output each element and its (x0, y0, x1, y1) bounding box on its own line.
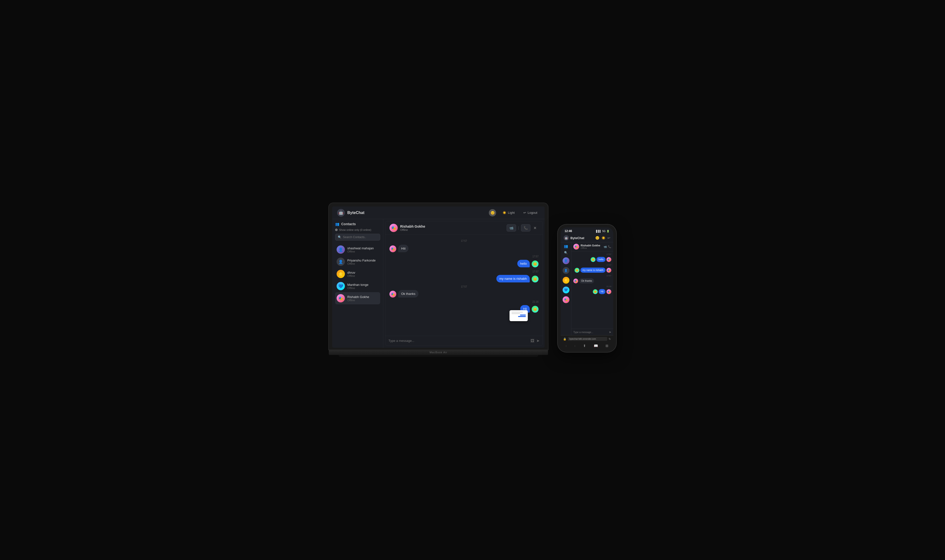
phone-body: 12:46 ▌▌▌ 5G 🔋 🤖 ByteChat 😊 ☀️ (558, 225, 616, 352)
close-chat-button[interactable]: ✕ (531, 225, 539, 231)
phone-nav-bar: ‹ › ⬆ 📖 ⊞ (561, 342, 613, 349)
light-mode-button[interactable]: ☀️ Light (500, 209, 517, 216)
contact-avatar-shashwat: 👤 (337, 245, 345, 254)
laptop-screen: 🤖 ByteChat 😊 ☀️ Light ↩ Logout (332, 206, 545, 348)
browser-back-button[interactable]: ‹ (566, 344, 567, 348)
chat-header-actions: 📹 | 📞 ✕ (506, 224, 539, 232)
chat-input[interactable] (388, 339, 528, 343)
app-logo: 🤖 ByteChat (337, 209, 364, 217)
contact-item-dhruv[interactable]: 🌟 dhruv Offline (335, 268, 380, 280)
ph-msg-row-name: 🎭 my name is rishabh 😊 (573, 268, 611, 273)
send-button[interactable]: ➤ (536, 338, 539, 343)
chat-input-actions: 🖼 ➤ (531, 338, 539, 343)
logo-icon: 🤖 (337, 209, 345, 217)
video-call-button[interactable]: 📹 (506, 224, 516, 232)
ph-bubble-hello: hello (596, 257, 605, 262)
contact-avatar-rishabh: 🎭 (337, 294, 345, 302)
phone-contacts-icon: 👥 (564, 244, 568, 248)
contacts-sidebar: 👥 Contacts Show online only (0 online) 🔍 (332, 219, 383, 348)
contact-status: Offline (347, 299, 379, 302)
online-toggle[interactable]: Show online only (0 online) (335, 228, 380, 231)
msg-row-1: 🎭 Hiii (389, 245, 539, 252)
phone-contact-manthan[interactable]: 💙 (563, 286, 569, 293)
laptop: 🤖 ByteChat 😊 ☀️ Light ↩ Logout (329, 203, 548, 357)
search-input[interactable] (343, 235, 377, 239)
browser-tabs-button[interactable]: ⊞ (605, 344, 608, 348)
phone-user-avatar: 😊 (595, 236, 599, 240)
contact-status: Offline (347, 274, 379, 277)
phone-sidebar: 👥 🔍 👤 👤 🌟 💙 🎭 (561, 242, 571, 335)
app-body: 👥 Contacts Show online only (0 online) 🔍 (332, 219, 545, 348)
phone-chat-status: Offline (581, 247, 602, 249)
contact-item-manthan[interactable]: 💙 Manthan tonge Offline (335, 280, 380, 292)
voice-call-button[interactable]: 📞 (521, 224, 531, 232)
phone-messages: 17:57 🎭 hello 😊 17:57 🎭 my name is risha… (571, 251, 613, 329)
phone-chat-actions: 📹 📞 (603, 245, 611, 248)
contact-item-priyanshu[interactable]: 👤 Priyanshu Farkonde Offline (335, 255, 380, 268)
ph-msg-time-4: 21:16 (573, 285, 611, 288)
msg-avatar-5: 😊 (532, 306, 539, 312)
phone-indicators: ▌▌▌ 5G 🔋 (596, 230, 609, 232)
chat-input-area: 🖼 ➤ (386, 336, 542, 346)
contact-status: Offline (347, 250, 379, 253)
battery-icon: 🔋 (606, 230, 609, 232)
contact-info-shashwat: shashwat mahajan Offline (347, 246, 379, 253)
phone-chat-name: Rishabh Gokhe (581, 244, 602, 247)
browser-share-button[interactable]: ⬆ (583, 344, 586, 348)
browser-bookmarks-button[interactable]: 📖 (594, 344, 598, 348)
phone-contact-shashwat[interactable]: 👤 (563, 257, 569, 264)
phone-contact-dhruv[interactable]: 🌟 (563, 277, 569, 284)
ph-msg-time-2: 17:57 (573, 264, 611, 266)
signal-icon: ▌▌▌ (596, 230, 601, 232)
macbook-label: MacBook Air (429, 351, 448, 354)
msg-bubble-2: hello (517, 260, 530, 267)
phone-chat-avatar: 🎭 (573, 244, 579, 249)
contact-item-shashwat[interactable]: 👤 shashwat mahajan Offline (335, 243, 380, 255)
browser-reload-button[interactable]: ↻ (609, 337, 611, 341)
phone-browser-bar: 🔒 bytechat-ltd0.onrender.com ↻ (561, 335, 613, 342)
laptop-foot (339, 355, 538, 357)
msg-time-2: 17:57 (389, 255, 539, 258)
contact-list: 👤 shashwat mahajan Offline 👤 Priyanshu F… (335, 243, 380, 345)
phone-contact-priyanshu[interactable]: 👤 (563, 267, 569, 274)
msg-time-1: 17:57 (389, 240, 539, 242)
contact-status: Offline (347, 262, 379, 265)
search-box: 🔍 (335, 234, 380, 240)
chat-messages-wrapper: 17:57 🎭 Hiii 17:57 😊 hello (386, 235, 542, 336)
contact-info-dhruv: dhruv Offline (347, 271, 379, 277)
contact-name: dhruv (347, 271, 379, 274)
phone-chat-input[interactable] (573, 331, 608, 334)
chat-area: 🎭 Rishabh Gokhe Offline 📹 | 📞 ✕ (385, 221, 543, 346)
phone-time: 12:46 (565, 229, 572, 233)
contact-item-rishabh[interactable]: 🎭 Rishabh Gokhe Offline (335, 292, 380, 305)
phone-app-name: ByteChat (570, 236, 584, 240)
laptop-bezel: 🤖 ByteChat 😊 ☀️ Light ↩ Logout (329, 203, 548, 350)
signal-label: 5G (602, 230, 605, 232)
contact-name: Priyanshu Farkonde (347, 258, 379, 262)
msg-row-4: 🎭 Ok thanks (389, 290, 539, 297)
phone-body-area: 👥 🔍 👤 👤 🌟 💙 🎭 🎭 Rishabh Gokh (561, 242, 613, 335)
ph-msg-time-3: 17:57 (573, 275, 611, 277)
msg-bubble-3: my name is rishabh (496, 275, 530, 282)
ph-avatar-user-2: 😊 (574, 268, 579, 273)
ph-msg-row-hii: 🎭 Hii 😊 (573, 289, 611, 294)
phone-contact-rishabh[interactable]: 🎭 (563, 296, 569, 303)
toggle-dot (335, 229, 337, 231)
phone-app-header: 🤖 ByteChat 😊 ☀️ ↩ (561, 234, 613, 242)
chat-header-info: 🎭 Rishabh Gokhe Offline (389, 224, 425, 232)
image-upload-button[interactable]: 🖼 (531, 338, 534, 343)
phone-chat: 🎭 Rishabh Gokhe Offline 📹 📞 17: (571, 242, 613, 335)
msg-avatar-3: 😊 (532, 275, 539, 282)
phone-search-icon: 🔍 (564, 251, 568, 254)
phone-video-icon[interactable]: 📹 (603, 245, 607, 248)
ph-bubble-okthanks: Ok thanks (579, 278, 594, 283)
phone: 12:46 ▌▌▌ 5G 🔋 🤖 ByteChat 😊 ☀️ (558, 225, 616, 352)
phone-send-button[interactable]: ➤ (609, 331, 611, 334)
phone-logo: 🤖 ByteChat (563, 235, 584, 240)
contact-info-rishabh: Rishabh Gokhe Offline (347, 295, 379, 302)
phone-call-icon[interactable]: 📞 (608, 245, 611, 248)
logout-button[interactable]: ↩ Logout (521, 209, 540, 216)
app-header: 🤖 ByteChat 😊 ☀️ Light ↩ Logout (332, 206, 545, 219)
browser-forward-button[interactable]: › (574, 344, 576, 348)
contact-name: Rishabh Gokhe (347, 295, 379, 299)
